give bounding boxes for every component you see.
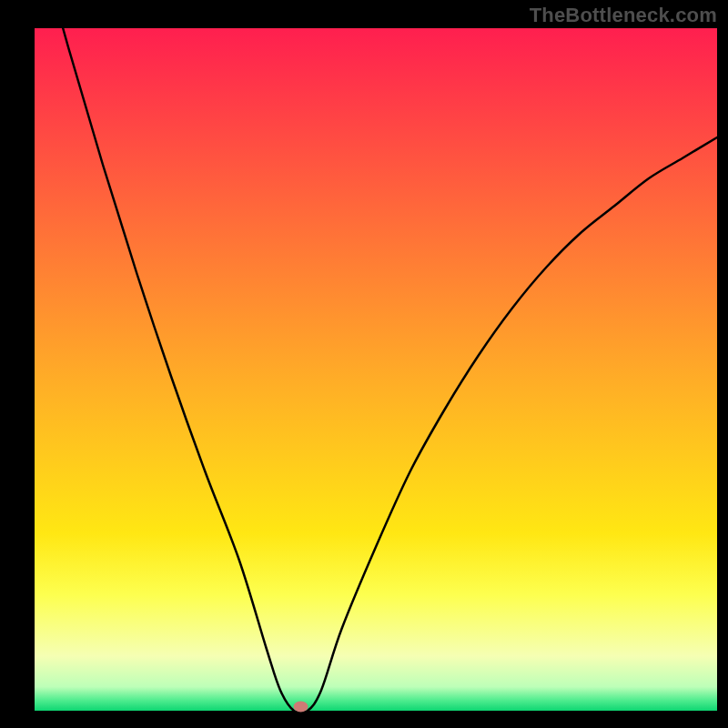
- plot-background: [35, 28, 717, 711]
- bottleneck-chart: [0, 0, 728, 728]
- chart-frame: TheBottleneck.com: [0, 0, 728, 728]
- optimum-marker: [294, 702, 308, 713]
